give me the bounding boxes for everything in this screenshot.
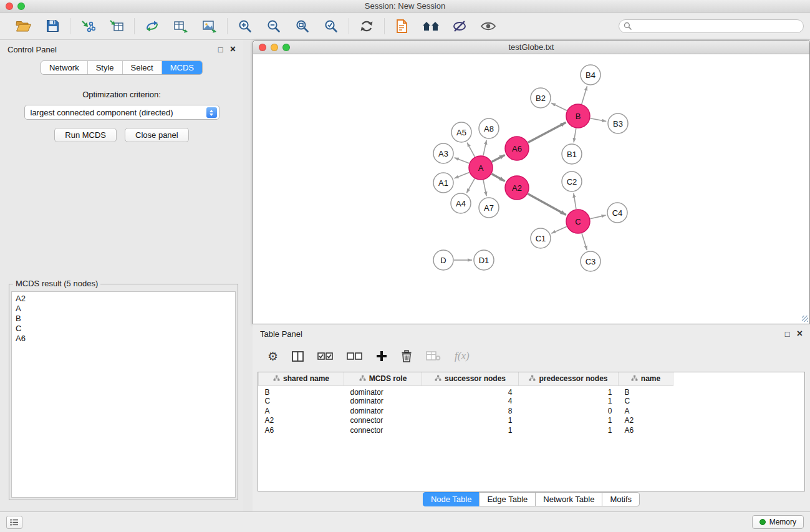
table-cell[interactable]: A2 (259, 416, 344, 426)
table-cell[interactable]: A6 (259, 425, 344, 435)
table-cell[interactable]: connector (344, 425, 422, 435)
node-A7[interactable]: A7 (479, 198, 499, 218)
network-zoom-light[interactable] (282, 44, 290, 51)
table-cell[interactable]: B (259, 385, 344, 397)
column-select-icon[interactable] (292, 351, 304, 362)
edge-A-A4[interactable] (466, 178, 475, 193)
table-cell[interactable]: 1 (519, 385, 619, 397)
table-cell[interactable]: C (259, 397, 344, 407)
table-cell[interactable]: 4 (422, 385, 519, 397)
table-cell[interactable]: C (619, 397, 673, 407)
network-window-titlebar[interactable]: testGlobe.txt (253, 41, 809, 54)
result-item[interactable]: A2 (16, 294, 231, 304)
edge-B-B2[interactable] (551, 103, 567, 110)
table-cell[interactable]: 0 (519, 406, 619, 416)
table-cell[interactable]: dominator (344, 406, 422, 416)
edge-A6-B[interactable] (528, 122, 566, 142)
node-A2[interactable]: A2 (505, 176, 529, 200)
table-row[interactable]: Bdominator41B (259, 385, 805, 397)
table-row[interactable]: Adominator80A (259, 406, 805, 416)
refresh-layout-icon[interactable] (357, 17, 376, 36)
node-A3[interactable]: A3 (433, 143, 453, 163)
node-D[interactable]: D (433, 250, 453, 270)
table-cell[interactable]: B (619, 385, 673, 397)
tab-edge-table[interactable]: Edge Table (479, 492, 536, 506)
node-C1[interactable]: C1 (531, 228, 551, 248)
column-header-MCDS-role[interactable]: MCDS role (344, 372, 422, 385)
search-input[interactable] (632, 22, 799, 31)
edge-A-A7[interactable] (483, 180, 486, 196)
edge-B-B1[interactable] (574, 128, 576, 143)
network-canvas[interactable]: AA1A2A3A4A5A6A7A8BB1B2B3B4CC1C2C3C4DD1 (253, 54, 809, 323)
edge-A-A1[interactable] (455, 172, 470, 178)
edge-C-C4[interactable] (591, 215, 606, 219)
table-cell[interactable]: 8 (422, 406, 519, 416)
tab-network-table[interactable]: Network Table (535, 492, 602, 506)
node-B1[interactable]: B1 (562, 144, 582, 164)
zoom-window-light[interactable] (17, 2, 25, 10)
node-A6[interactable]: A6 (505, 137, 529, 160)
column-header-shared-name[interactable]: shared name (259, 372, 344, 385)
save-session-icon[interactable] (43, 17, 62, 36)
select-all-rows-icon[interactable] (317, 352, 333, 360)
table-row[interactable]: Cdominator41C (259, 397, 805, 407)
tab-select[interactable]: Select (122, 61, 162, 74)
delete-table-icon[interactable] (426, 351, 441, 361)
network-graph[interactable]: AA1A2A3A4A5A6A7A8BB1B2B3B4CC1C2C3C4DD1 (253, 54, 809, 323)
open-session-icon[interactable] (14, 17, 33, 36)
node-B[interactable]: B (566, 104, 590, 128)
zoom-selected-icon[interactable] (322, 17, 340, 36)
network-close-light[interactable] (259, 44, 266, 51)
edge-A-A3[interactable] (455, 158, 470, 163)
tab-network[interactable]: Network (41, 61, 87, 74)
resize-grip[interactable] (801, 315, 809, 322)
function-builder-icon[interactable]: f(x) (455, 350, 470, 362)
node-C3[interactable]: C3 (581, 251, 600, 271)
table-cell[interactable]: dominator (344, 397, 422, 407)
tab-node-table[interactable]: Node Table (423, 492, 480, 506)
close-panel-button[interactable]: Close panel (125, 128, 189, 142)
result-item[interactable]: A (16, 304, 231, 314)
node-A1[interactable]: A1 (433, 173, 453, 193)
export-table-icon[interactable] (171, 17, 190, 36)
edge-A-A5[interactable] (467, 143, 475, 157)
task-history-icon[interactable] (6, 516, 22, 529)
node-C[interactable]: C (566, 210, 590, 233)
show-graphics-icon[interactable] (479, 17, 498, 36)
close-table-panel-icon[interactable]: × (797, 329, 803, 339)
table-row[interactable]: A6connector11A6 (259, 425, 805, 435)
node-B2[interactable]: B2 (531, 88, 551, 108)
edge-C-C1[interactable] (551, 226, 567, 233)
result-item[interactable]: C (16, 324, 231, 334)
edge-B-B3[interactable] (591, 118, 607, 122)
import-network-from-file-icon[interactable] (79, 17, 97, 36)
table-cell[interactable]: 4 (422, 397, 519, 407)
table-cell[interactable]: 1 (519, 416, 619, 426)
edge-C-C3[interactable] (582, 233, 587, 250)
table-cell[interactable]: A (259, 406, 344, 416)
gear-icon[interactable]: ⚙ (268, 351, 278, 362)
table-cell[interactable]: A2 (619, 416, 673, 426)
home-icon[interactable] (422, 17, 440, 36)
report-icon[interactable] (393, 17, 412, 36)
table-cell[interactable]: A6 (619, 425, 673, 435)
table-row[interactable]: A2connector11A2 (259, 416, 805, 426)
tab-motifs[interactable]: Motifs (602, 492, 640, 506)
run-mcds-button[interactable]: Run MCDS (54, 128, 117, 142)
table-cell[interactable]: 1 (422, 425, 519, 435)
table-cell[interactable]: connector (344, 416, 422, 426)
zoom-in-icon[interactable] (236, 17, 254, 36)
clone-network-icon[interactable] (143, 17, 162, 36)
edge-C-C2[interactable] (574, 193, 576, 209)
deselect-all-rows-icon[interactable] (347, 352, 362, 360)
result-item[interactable]: A6 (16, 334, 231, 344)
network-minimize-light[interactable] (271, 44, 278, 51)
delete-column-icon[interactable] (401, 350, 412, 362)
edge-A-A8[interactable] (483, 140, 486, 156)
table-cell[interactable]: 1 (519, 397, 619, 407)
edge-A2-C[interactable] (528, 194, 566, 215)
memory-button[interactable]: Memory (752, 515, 804, 529)
table-cell[interactable]: dominator (344, 385, 422, 397)
edge-A-A2[interactable] (492, 174, 505, 181)
zoom-fit-icon[interactable] (293, 17, 312, 36)
